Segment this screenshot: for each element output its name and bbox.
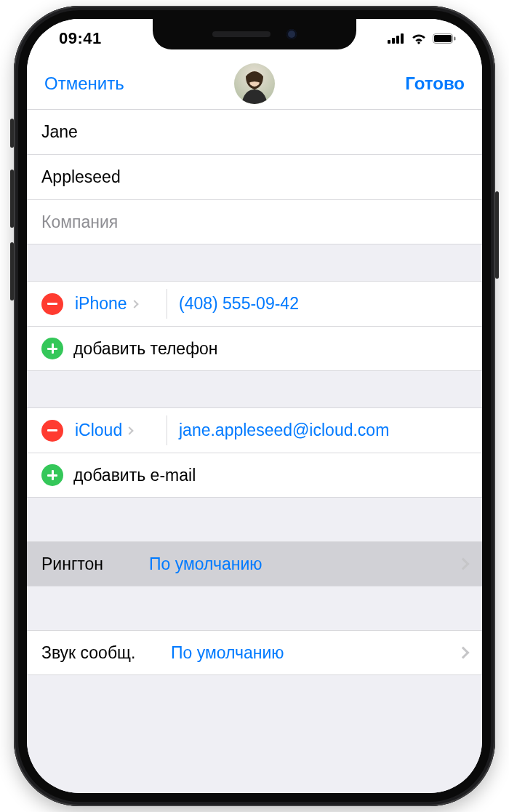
svg-rect-6 bbox=[454, 37, 456, 41]
remove-phone-button[interactable] bbox=[41, 293, 63, 315]
add-phone-button[interactable] bbox=[41, 338, 63, 359]
add-phone-label: добавить телефон bbox=[73, 339, 218, 359]
company-row[interactable] bbox=[27, 199, 482, 244]
notch bbox=[153, 19, 356, 49]
section-gap bbox=[27, 371, 482, 407]
svg-rect-0 bbox=[388, 40, 390, 44]
phone-number-value[interactable]: (408) 555-09-42 bbox=[179, 294, 299, 314]
remove-email-button[interactable] bbox=[41, 420, 63, 442]
vertical-separator bbox=[167, 415, 167, 445]
screen: 09:41 Отменить bbox=[27, 19, 482, 793]
texttone-label: Звук сообщ. bbox=[41, 643, 165, 663]
ringtone-section: Рингтон По умолчанию bbox=[27, 541, 482, 586]
vertical-separator bbox=[167, 289, 167, 319]
contact-avatar[interactable] bbox=[234, 63, 275, 104]
section-gap bbox=[27, 675, 482, 793]
last-name-row[interactable] bbox=[27, 154, 482, 199]
add-phone-row[interactable]: добавить телефон bbox=[27, 326, 482, 371]
phone-section: iPhone (408) 555-09-42 добавить телефон bbox=[27, 281, 482, 371]
ringtone-value: По умолчанию bbox=[149, 554, 459, 574]
chevron-right-icon bbox=[130, 300, 138, 308]
section-gap bbox=[27, 244, 482, 281]
name-section bbox=[27, 109, 482, 244]
speaker-grille bbox=[212, 31, 270, 37]
first-name-field[interactable] bbox=[41, 122, 468, 142]
email-value[interactable]: jane.appleseed@icloud.com bbox=[179, 421, 389, 440]
phone-row[interactable]: iPhone (408) 555-09-42 bbox=[27, 281, 482, 326]
nav-bar: Отменить Готово bbox=[27, 58, 482, 109]
volume-up-button bbox=[10, 170, 14, 228]
svg-rect-1 bbox=[392, 38, 395, 44]
section-gap bbox=[27, 498, 482, 541]
mute-switch bbox=[10, 119, 14, 148]
texttone-row[interactable]: Звук сообщ. По умолчанию bbox=[27, 630, 482, 675]
battery-icon bbox=[433, 33, 456, 44]
svg-rect-2 bbox=[396, 36, 399, 44]
front-camera bbox=[286, 29, 297, 39]
texttone-section: Звук сообщ. По умолчанию bbox=[27, 630, 482, 675]
section-gap bbox=[27, 586, 482, 630]
email-row[interactable]: iCloud jane.appleseed@icloud.com bbox=[27, 407, 482, 453]
chevron-right-icon bbox=[126, 426, 134, 434]
chevron-right-icon bbox=[457, 647, 470, 659]
last-name-field[interactable] bbox=[41, 167, 468, 187]
add-email-row[interactable]: добавить e-mail bbox=[27, 453, 482, 498]
ringtone-label: Рингтон bbox=[41, 554, 143, 574]
svg-rect-3 bbox=[401, 33, 404, 44]
texttone-value: По умолчанию bbox=[171, 643, 459, 663]
wifi-icon bbox=[411, 33, 427, 44]
svg-rect-5 bbox=[434, 35, 452, 42]
cellular-icon bbox=[388, 33, 405, 44]
status-time: 09:41 bbox=[59, 29, 102, 48]
ringtone-row[interactable]: Рингтон По умолчанию bbox=[27, 541, 482, 586]
company-field[interactable] bbox=[41, 212, 468, 232]
email-section: iCloud jane.appleseed@icloud.com добавит… bbox=[27, 407, 482, 498]
first-name-row[interactable] bbox=[27, 109, 482, 154]
status-indicators bbox=[388, 33, 456, 44]
email-type-selector[interactable]: iCloud bbox=[75, 421, 155, 440]
email-type-label: iCloud bbox=[75, 421, 122, 440]
add-email-label: добавить e-mail bbox=[73, 466, 196, 485]
volume-down-button bbox=[10, 242, 14, 300]
phone-type-selector[interactable]: iPhone bbox=[75, 294, 155, 314]
done-button[interactable]: Готово bbox=[405, 73, 465, 94]
power-button bbox=[495, 191, 499, 279]
cancel-button[interactable]: Отменить bbox=[44, 73, 124, 94]
phone-type-label: iPhone bbox=[75, 294, 127, 314]
chevron-right-icon bbox=[457, 558, 470, 570]
add-email-button[interactable] bbox=[41, 464, 63, 486]
iphone-frame: 09:41 Отменить bbox=[14, 6, 495, 806]
